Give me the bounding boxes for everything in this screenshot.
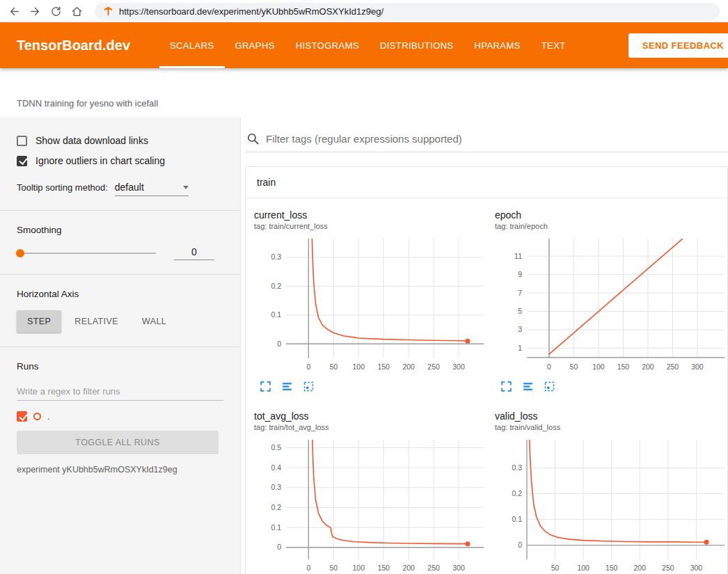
svg-text:200: 200 <box>642 362 654 371</box>
svg-text:0.2: 0.2 <box>271 282 281 290</box>
fit-domain-icon[interactable] <box>303 381 315 392</box>
tab-text[interactable]: TEXT <box>531 22 576 68</box>
svg-text:300: 300 <box>691 362 704 371</box>
line-chart[interactable]: 00.10.20.30.40.5050100150200250300 <box>254 436 488 574</box>
tag-filter-input[interactable] <box>266 133 728 145</box>
app-title: TensorBoard.dev <box>17 38 130 54</box>
ignore-outliers-label: Ignore outliers in chart scaling <box>35 155 165 166</box>
show-download-links-row[interactable]: Show data download links <box>17 135 223 146</box>
line-chart[interactable]: 00.10.20.3050100150200250300 <box>254 235 488 376</box>
runs-filter-input[interactable] <box>17 383 223 401</box>
back-icon[interactable] <box>8 6 20 17</box>
svg-text:0.2: 0.2 <box>512 489 522 497</box>
y-axis-toggle-icon[interactable] <box>522 381 534 392</box>
svg-text:200: 200 <box>402 362 415 371</box>
send-feedback-button[interactable]: SEND FEEDBACK <box>628 33 728 58</box>
smoothing-slider[interactable] <box>17 253 156 254</box>
svg-text:50: 50 <box>570 362 578 371</box>
axis-button-wall[interactable]: WALL <box>132 310 177 333</box>
svg-text:150: 150 <box>617 362 630 371</box>
svg-text:0.3: 0.3 <box>271 253 281 261</box>
svg-text:11: 11 <box>514 252 522 260</box>
runs-list: . <box>17 411 223 422</box>
svg-text:100: 100 <box>352 564 365 572</box>
svg-text:200: 200 <box>402 564 415 572</box>
fit-domain-icon[interactable] <box>544 381 555 392</box>
tab-scalars[interactable]: SCALARS <box>159 22 225 68</box>
experiment-id-note: experiment yKUbhb5wRmOSXYkId1z9eg <box>17 465 223 475</box>
forward-icon[interactable] <box>29 6 41 17</box>
svg-text:300: 300 <box>452 564 465 572</box>
chart-tag: tag: train/current_loss <box>254 222 488 230</box>
scalars-panel: train current_loss tag: train/current_lo… <box>241 117 728 574</box>
chart-tag: tag: train/tot_avg_loss <box>254 423 488 431</box>
scalar-chart-card: current_loss tag: train/current_loss 00.… <box>254 209 488 392</box>
y-axis-toggle-icon[interactable] <box>281 381 293 392</box>
svg-text:250: 250 <box>427 564 440 572</box>
svg-text:0: 0 <box>518 541 522 549</box>
horizontal-axis-label: Horizontal Axis <box>17 289 223 299</box>
toggle-all-runs-button[interactable]: TOGGLE ALL RUNS <box>17 431 219 454</box>
chart-plot[interactable]: 00.10.20.350100150200250300 <box>495 436 728 574</box>
axis-button-step[interactable]: STEP <box>17 310 61 333</box>
svg-text:50: 50 <box>551 564 560 572</box>
horizontal-axis-group: STEPRELATIVEWALL <box>17 310 223 333</box>
ignore-outliers-checkbox[interactable] <box>17 156 27 166</box>
tooltip-sorting-value: default <box>115 182 144 193</box>
section-title[interactable]: train <box>246 167 727 198</box>
svg-text:300: 300 <box>452 362 465 371</box>
svg-text:100: 100 <box>577 564 589 572</box>
chart-toolbar <box>254 381 488 392</box>
fullscreen-icon[interactable] <box>500 381 512 392</box>
search-icon <box>246 132 260 145</box>
ignore-outliers-row[interactable]: Ignore outliers in chart scaling <box>17 155 223 166</box>
svg-text:150: 150 <box>377 362 390 371</box>
home-icon[interactable] <box>71 6 83 17</box>
chart-plot[interactable]: 00.10.20.30.40.5050100150200250300 <box>254 436 488 574</box>
svg-text:250: 250 <box>427 362 440 371</box>
axis-button-relative[interactable]: RELATIVE <box>64 310 129 333</box>
line-chart[interactable]: 1357911050100150200250300 <box>495 235 728 376</box>
train-section-card: train current_loss tag: train/current_lo… <box>245 166 728 574</box>
tab-histograms[interactable]: HISTOGRAMS <box>285 22 370 68</box>
svg-text:0: 0 <box>277 543 281 551</box>
divider <box>0 210 240 211</box>
svg-text:150: 150 <box>606 564 618 572</box>
address-bar[interactable]: https://tensorboard.dev/experiment/yKUbh… <box>95 3 720 20</box>
chart-plot[interactable]: 00.10.20.3050100150200250300 <box>254 235 488 378</box>
svg-text:3: 3 <box>518 325 522 333</box>
reload-icon[interactable] <box>50 6 62 17</box>
tab-hparams[interactable]: HPARAMS <box>464 22 531 68</box>
smoothing-value[interactable]: 0 <box>174 246 214 260</box>
show-download-links-checkbox[interactable] <box>17 136 27 146</box>
run-row[interactable]: . <box>17 411 223 422</box>
chart-toolbar <box>495 381 728 392</box>
tab-graphs[interactable]: GRAPHS <box>225 22 285 68</box>
chart-title: current_loss <box>254 209 488 221</box>
svg-text:0.1: 0.1 <box>271 523 281 532</box>
run-color-swatch[interactable] <box>33 413 41 420</box>
svg-text:50: 50 <box>329 362 338 371</box>
fullscreen-icon[interactable] <box>260 381 271 392</box>
smoothing-slider-knob[interactable] <box>16 249 24 257</box>
chart-plot[interactable]: 1357911050100150200250300 <box>495 235 728 378</box>
chevron-down-icon <box>183 186 189 189</box>
experiment-description: TDNN training for yesno with icefall <box>0 68 728 117</box>
run-checkbox[interactable] <box>17 411 27 422</box>
line-chart[interactable]: 00.10.20.350100150200250300 <box>495 436 728 574</box>
scalar-chart-card: tot_avg_loss tag: train/tot_avg_loss 00.… <box>254 410 488 574</box>
svg-text:0.4: 0.4 <box>271 463 281 472</box>
charts-grid: current_loss tag: train/current_loss 00.… <box>246 198 727 574</box>
svg-text:0.1: 0.1 <box>271 310 281 319</box>
divider <box>0 274 240 275</box>
scalar-chart-card: valid_loss tag: train/valid_loss 00.10.2… <box>495 410 728 574</box>
tensorboard-favicon <box>103 6 113 17</box>
content-area: Show data download links Ignore outliers… <box>0 117 728 574</box>
svg-text:7: 7 <box>518 289 522 297</box>
svg-text:0.3: 0.3 <box>512 463 522 472</box>
run-name: . <box>47 411 50 422</box>
tooltip-sorting-dropdown[interactable]: default <box>115 182 189 196</box>
tab-distributions[interactable]: DISTRIBUTIONS <box>370 22 464 68</box>
url-text: https://tensorboard.dev/experiment/yKUbh… <box>119 6 383 17</box>
svg-text:250: 250 <box>662 564 674 572</box>
